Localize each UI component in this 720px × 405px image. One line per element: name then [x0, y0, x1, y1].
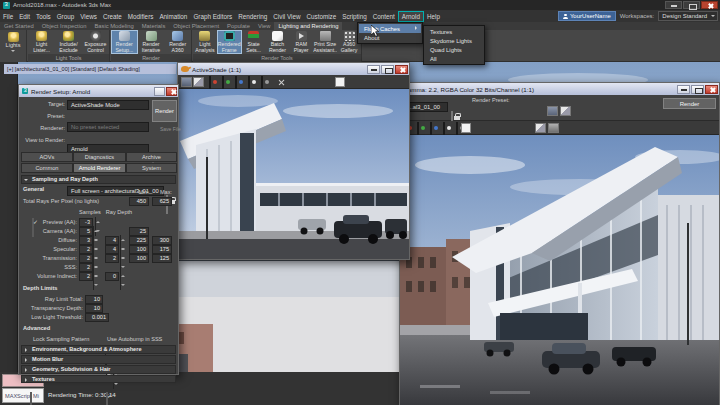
tab-arnold-renderer[interactable]: Arnold Renderer: [73, 163, 126, 173]
include-exclude-button[interactable]: Include/ Exclude: [55, 30, 82, 54]
light-analysis-button[interactable]: Light Analysis: [193, 30, 217, 54]
menu-item-about[interactable]: About: [359, 33, 421, 42]
rollout-sampling-ray-depth[interactable]: Sampling and Ray Depth: [21, 175, 176, 184]
rollout-geometry[interactable]: Geometry, Subdivision & Hair: [21, 365, 176, 374]
transmission-samples-field[interactable]: 2: [79, 254, 93, 263]
ribbon-tab-basic-modeling[interactable]: Basic Modeling: [90, 22, 137, 30]
activeshade-minimize-button[interactable]: [367, 65, 380, 74]
ribbon-tab-object-inspection[interactable]: Object Inspection: [38, 22, 91, 30]
tab-archive[interactable]: Archive: [126, 152, 177, 162]
tab-aovs[interactable]: AOVs: [21, 152, 73, 162]
rollout-environment[interactable]: Environment, Background & Atmosphere: [21, 345, 176, 354]
menu-help[interactable]: Help: [424, 10, 443, 22]
activeshade-clone-button[interactable]: [193, 77, 204, 87]
menu-customize[interactable]: Customize: [304, 10, 340, 22]
camera-samples-field[interactable]: 5: [79, 227, 93, 236]
user-account-button[interactable]: YourUserName: [558, 11, 616, 21]
rfw-copy-preset-button[interactable]: [560, 106, 571, 116]
ribbon-tab-populate[interactable]: Populate: [223, 22, 254, 30]
app-maximize-button[interactable]: [683, 1, 700, 9]
transparency-depth-field[interactable]: 10: [85, 304, 103, 313]
menu-views[interactable]: Views: [77, 10, 100, 22]
ram-player-button[interactable]: RAM Player: [289, 30, 313, 54]
rfw-save-preset-button[interactable]: [547, 106, 558, 116]
print-size-assistant-button[interactable]: Print Size Assistant...: [313, 30, 337, 54]
activeshade-maximize-button[interactable]: [381, 65, 394, 74]
low-light-field[interactable]: 0.001: [85, 313, 109, 322]
menu-rendering[interactable]: Rendering: [235, 10, 270, 22]
activeshade-save-button[interactable]: [181, 77, 192, 87]
activeshade-close-button[interactable]: [395, 65, 408, 74]
ribbon-tab-materials[interactable]: Materials: [138, 22, 170, 30]
specular-depth-field[interactable]: 4: [105, 245, 119, 254]
ray-limit-field[interactable]: 10: [85, 295, 103, 304]
render-setup-help-button[interactable]: [154, 87, 165, 96]
menu-animation[interactable]: Animation: [156, 10, 190, 22]
volume-depth-field[interactable]: 0: [105, 272, 119, 281]
lock-sampling-checkbox[interactable]: [30, 392, 32, 405]
state-sets-button[interactable]: State Sets...: [242, 30, 266, 54]
ribbon-tab-get-started[interactable]: Get Started: [0, 22, 38, 30]
volume-samples-field[interactable]: 2: [79, 272, 93, 281]
rollout-textures[interactable]: Textures: [21, 375, 176, 383]
sss-samples-field[interactable]: 2: [79, 263, 93, 272]
transmission-depth-field[interactable]: 2: [105, 254, 119, 263]
menu-content[interactable]: Content: [370, 10, 398, 22]
rfw-maximize-button[interactable]: [691, 85, 704, 94]
rfw-close-button[interactable]: [705, 85, 718, 94]
target-dropdown[interactable]: ActiveShade Mode: [67, 100, 149, 110]
render-a360-button[interactable]: Render A360: [164, 30, 191, 54]
rfw-minimize-button[interactable]: [677, 85, 690, 94]
ribbon-tab-lighting-rendering[interactable]: Lighting and Rendering: [274, 22, 342, 30]
menu-graph-editors[interactable]: Graph Editors: [190, 10, 235, 22]
light-lister-button[interactable]: Light Lister...: [28, 30, 55, 54]
menu-item-flush-caches[interactable]: Flush Caches: [359, 24, 421, 33]
menu-scripting[interactable]: Scripting: [339, 10, 370, 22]
tab-common[interactable]: Common: [21, 163, 73, 173]
lights-button[interactable]: Lights: [0, 30, 27, 62]
rollout-motion-blur[interactable]: Motion Blur: [21, 355, 176, 364]
render-setup-button[interactable]: Render Setup...: [111, 30, 138, 54]
tab-system[interactable]: System: [126, 163, 177, 173]
specular-samples-field[interactable]: 2: [79, 245, 93, 254]
submenu-item-all[interactable]: All: [425, 54, 483, 63]
activeshade-color-swatch[interactable]: [335, 77, 345, 87]
render-iterative-button[interactable]: Render Iterative: [138, 30, 165, 54]
viewport-label[interactable]: [+] [architectural3_01_00] [Standard] [D…: [4, 64, 176, 74]
workspace-dropdown[interactable]: Design Standard: [658, 11, 718, 21]
diffuse-depth-field[interactable]: 4: [105, 236, 119, 245]
submenu-item-skydome-lights[interactable]: Skydome Lights: [425, 36, 483, 45]
submenu-item-quad-lights[interactable]: Quad Lights: [425, 45, 483, 54]
app-close-button[interactable]: [701, 1, 718, 9]
view-to-render-dropdown[interactable]: Full screen - architectural3_01_00: [67, 186, 164, 196]
app-minimize-button[interactable]: [665, 1, 682, 9]
maxscript-mini-listener[interactable]: MAXScript Mi: [2, 388, 44, 403]
volume-samples-spinner[interactable]: [93, 271, 94, 290]
submenu-item-textures[interactable]: Textures: [425, 27, 483, 36]
diffuse-samples-field[interactable]: 3: [79, 236, 93, 245]
preset-dropdown[interactable]: No preset selected: [67, 122, 149, 132]
render-setup-close-button[interactable]: [166, 87, 177, 96]
rfw-render-button[interactable]: Render: [663, 98, 716, 109]
menu-edit[interactable]: Edit: [16, 10, 33, 22]
rfw-background-swatch[interactable]: [461, 123, 471, 133]
ribbon-tab-view[interactable]: View: [254, 22, 274, 30]
menu-file[interactable]: File: [0, 10, 16, 22]
menu-modifiers[interactable]: Modifiers: [125, 10, 157, 22]
preview-samples-field[interactable]: -3: [79, 218, 93, 227]
volume-depth-spinner[interactable]: [120, 271, 121, 290]
render-setup-render-button[interactable]: Render: [152, 100, 177, 122]
menu-tools[interactable]: Tools: [33, 10, 54, 22]
autobump-checkbox[interactable]: [106, 392, 108, 405]
app-titlebar[interactable]: Arnold2018.max - Autodesk 3ds Max: [0, 0, 720, 10]
rfw-print-button[interactable]: [548, 123, 559, 133]
menu-civil-view[interactable]: Civil View: [270, 10, 303, 22]
menu-create[interactable]: Create: [100, 10, 125, 22]
rfw-clone-button[interactable]: [535, 123, 546, 133]
ribbon-tab-object-placement[interactable]: Object Placement: [169, 22, 223, 30]
batch-render-button[interactable]: Batch Render: [265, 30, 289, 54]
menu-group[interactable]: Group: [54, 10, 78, 22]
menu-arnold[interactable]: Arnold: [398, 11, 424, 22]
rendered-frame-window-button[interactable]: Rendered Frame Window: [217, 30, 242, 54]
rfw-viewport-dropdown[interactable]: ...al3_01_00: [404, 102, 448, 112]
